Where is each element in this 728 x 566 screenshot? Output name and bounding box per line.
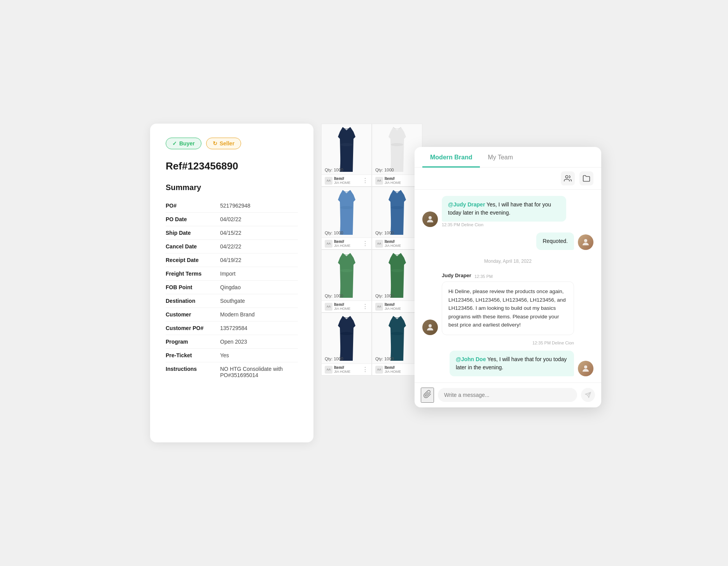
buyer-label: Buyer	[179, 140, 195, 147]
avatar-judy-2	[422, 320, 438, 335]
dress-illustration	[334, 127, 359, 172]
table-row: Freight TermsImport	[166, 267, 298, 281]
brand-label: JIA HOME	[334, 244, 360, 248]
product-card[interactable]: Qty: 1000 AA Item# JIA HOME ⋮	[321, 187, 372, 250]
svg-point-0	[340, 143, 353, 146]
product-card[interactable]: Qty: 1000 AA Item# JIA HOME ⋮	[321, 313, 372, 376]
chat-input-area	[415, 383, 601, 407]
brand-label: JIA HOME	[334, 307, 360, 311]
table-row: PO Date04/02/22	[166, 213, 298, 226]
ref-number: Ref#123456890	[166, 160, 298, 172]
svg-point-3	[391, 206, 403, 209]
msg-4-content: Judy Draper 12:35 PM Hi Deline, please r…	[442, 273, 574, 335]
more-options-icon[interactable]: ⋮	[362, 303, 368, 310]
item-label: Item#	[385, 302, 411, 307]
avatar-deline-1	[578, 234, 593, 250]
table-row: Customer PO#135729584	[166, 321, 298, 335]
field-label: Customer PO#	[166, 321, 220, 335]
tab-modern-brand[interactable]: Modern Brand	[422, 147, 480, 168]
dress-illustration	[385, 253, 410, 298]
product-card[interactable]: Qty: 1000 AA Item# JIA HOME ⋮	[321, 250, 372, 313]
qty-label: Qty: 1000	[375, 231, 394, 235]
message-5: @John Doe Yes, I will have that for you …	[422, 351, 593, 376]
product-info: Item# JIA HOME	[385, 365, 411, 374]
product-image	[322, 313, 371, 363]
svg-point-4	[340, 269, 353, 272]
product-icon: AA	[325, 177, 332, 185]
product-info: Item# JIA HOME	[385, 302, 411, 311]
app-container: ✓ Buyer ↻ Seller Ref#123456890 Summary P…	[150, 124, 578, 442]
product-footer: AA Item# JIA HOME ⋮	[322, 238, 371, 249]
message-2: Requoted.	[422, 232, 593, 250]
qty-label: Qty: 1000	[375, 356, 394, 361]
more-options-icon[interactable]: ⋮	[362, 177, 368, 184]
attach-button[interactable]	[421, 388, 434, 403]
product-icon: AA	[375, 366, 383, 374]
field-label: Cancel Date	[166, 240, 220, 253]
field-value: Southgate	[220, 294, 298, 308]
avatar-deline-2	[578, 361, 593, 376]
avatar-judy	[422, 211, 438, 227]
dress-illustration	[385, 190, 410, 235]
check-icon: ✓	[172, 140, 177, 147]
msg-4-meta: 12:35 PM Deline Cion	[422, 341, 593, 345]
msg-4-bubble: Hi Deline, please review the products on…	[442, 281, 574, 335]
folder-icon-button[interactable]	[579, 171, 593, 185]
brand-label: JIA HOME	[385, 307, 411, 311]
product-info: Item# JIA HOME	[385, 176, 411, 185]
qty-label: Qty: 1000	[325, 231, 343, 235]
field-value: 04/15/22	[220, 226, 298, 240]
product-footer: AA Item# JIA HOME ⋮	[322, 300, 371, 312]
product-image	[322, 250, 371, 300]
tab-my-team[interactable]: My Team	[480, 147, 521, 168]
chat-tabs: Modern Brand My Team	[415, 147, 601, 168]
product-card[interactable]: Qty: 1000 AA Item# JIA HOME ⋮	[321, 124, 372, 187]
product-icon: AA	[325, 366, 332, 374]
product-info: Item# JIA HOME	[385, 239, 411, 248]
table-row: FOB PointQingdao	[166, 281, 298, 294]
more-options-icon[interactable]: ⋮	[362, 240, 368, 247]
dress-illustration	[334, 190, 359, 235]
field-value: NO HTG Consolidate with PO#351695014	[220, 362, 298, 382]
field-label: Destination	[166, 294, 220, 308]
message-input[interactable]	[438, 388, 577, 402]
table-row: PO#5217962948	[166, 199, 298, 213]
message-4: Judy Draper 12:35 PM Hi Deline, please r…	[422, 273, 593, 335]
buyer-badge[interactable]: ✓ Buyer	[166, 138, 201, 149]
badge-row: ✓ Buyer ↻ Seller	[166, 138, 298, 149]
product-icon: AA	[325, 240, 332, 248]
msg-1-bubble: @Judy Draper Yes, I will have that for y…	[442, 196, 566, 222]
msg-5-content: @John Doe Yes, I will have that for you …	[450, 351, 574, 376]
item-label: Item#	[385, 176, 411, 181]
more-options-icon[interactable]: ⋮	[362, 366, 368, 373]
field-value: Modern Brand	[220, 308, 298, 321]
brand-label: JIA HOME	[334, 370, 360, 374]
item-label: Item#	[385, 365, 411, 370]
svg-point-9	[429, 216, 432, 219]
field-value: Import	[220, 267, 298, 281]
left-panel: ✓ Buyer ↻ Seller Ref#123456890 Summary P…	[150, 124, 313, 442]
date-divider: Monday, April 18, 2022	[422, 259, 593, 264]
table-row: ProgramOpen 2023	[166, 335, 298, 349]
brand-label: JIA HOME	[334, 181, 360, 185]
svg-point-2	[340, 206, 353, 209]
send-button[interactable]	[581, 388, 595, 402]
table-row: Cancel Date04/22/22	[166, 240, 298, 253]
dress-illustration	[334, 316, 359, 361]
field-label: Freight Terms	[166, 267, 220, 281]
svg-point-5	[391, 269, 403, 272]
product-icon: AA	[325, 303, 332, 311]
table-row: Receipt Date04/19/22	[166, 253, 298, 267]
item-label: Item#	[334, 365, 360, 370]
field-label: Ship Date	[166, 226, 220, 240]
item-label: Item#	[334, 239, 360, 244]
sender-name-4: Judy Draper	[442, 273, 471, 278]
item-label: Item#	[334, 302, 360, 307]
field-value: 135729584	[220, 321, 298, 335]
msg-1-content: @Judy Draper Yes, I will have that for y…	[442, 196, 566, 227]
msg-2-content: Requoted.	[536, 232, 574, 250]
qty-label: Qty: 1000	[325, 293, 343, 298]
people-icon-button[interactable]	[561, 171, 575, 185]
seller-badge[interactable]: ↻ Seller	[206, 138, 241, 149]
svg-point-12	[584, 365, 587, 369]
